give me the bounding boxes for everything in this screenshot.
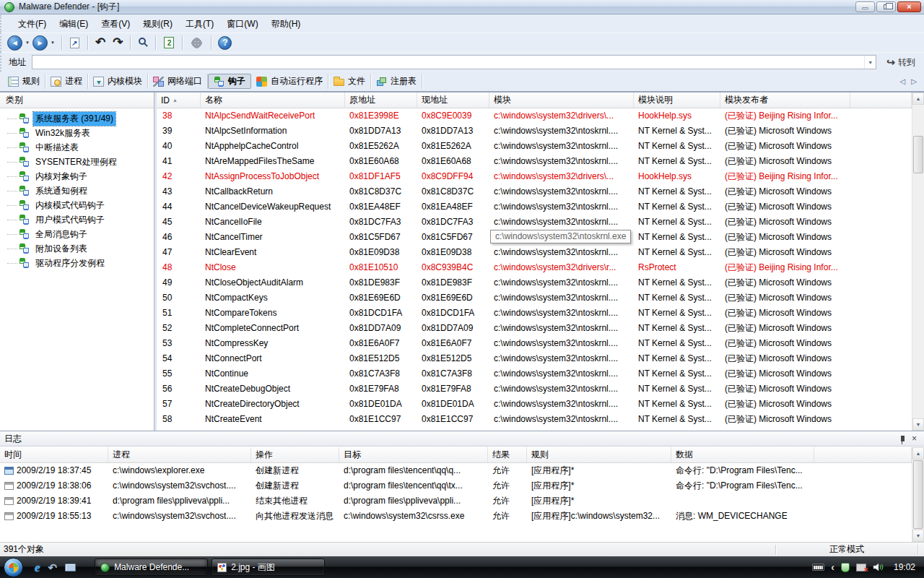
- hooks-scrollbar[interactable]: ▲ ▼: [912, 92, 924, 431]
- switch-windows-icon[interactable]: ↶: [48, 562, 58, 573]
- back-dropdown[interactable]: ▼: [22, 40, 32, 45]
- log-column-action[interactable]: 操作: [251, 447, 339, 462]
- sidebar-item[interactable]: 系统通知例程: [0, 184, 154, 198]
- log-column-rule[interactable]: 规则: [527, 447, 671, 462]
- log-row[interactable]: 2009/2/19 18:38:06 c:\windows\system32\s…: [0, 478, 912, 493]
- table-row[interactable]: 50 NtCompactKeys 0x81E69E6D 0x81E69E6D c…: [157, 290, 912, 306]
- table-row[interactable]: 53 NtCompressKey 0x81E6A0F7 0x81E6A0F7 c…: [157, 336, 912, 351]
- log-row[interactable]: 2009/2/19 18:55:13 c:\windows\system32\s…: [0, 509, 912, 524]
- table-row[interactable]: 54 NtConnectPort 0x81E512D5 0x81E512D5 c…: [157, 351, 912, 366]
- sidebar-item[interactable]: 用户模式代码钩子: [0, 212, 154, 227]
- address-input[interactable]: ▼: [32, 55, 876, 69]
- log-column-result[interactable]: 结果: [488, 447, 527, 462]
- table-row[interactable]: 45 NtCancelIoFile 0x81DC7FA3 0x81DC7FA3 …: [157, 215, 912, 230]
- table-row[interactable]: 52 NtCompleteConnectPort 0x81DD7A09 0x81…: [157, 321, 912, 336]
- table-row[interactable]: 40 NtApphelpCacheControl 0x81E5262A 0x81…: [157, 139, 912, 154]
- forward-dropdown[interactable]: ▼: [48, 40, 58, 45]
- menu-item[interactable]: 查看(V): [95, 16, 136, 33]
- help-button[interactable]: ?: [218, 36, 232, 50]
- sidebar-item[interactable]: SYSENTER处理例程: [0, 155, 154, 169]
- table-row[interactable]: 51 NtCompareTokens 0x81DCD1FA 0x81DCD1FA…: [157, 306, 912, 321]
- tab-kernel-modules[interactable]: 内核模块: [88, 74, 148, 89]
- column-header-current-address[interactable]: 现地址: [417, 92, 489, 108]
- internet-explorer-icon[interactable]: e: [35, 561, 40, 574]
- sidebar-item[interactable]: 驱动程序分发例程: [0, 256, 154, 270]
- log-scrollbar[interactable]: ▲ ▼: [912, 447, 924, 542]
- table-row[interactable]: 55 NtContinue 0x81C7A3F8 0x81C7A3F8 c:\w…: [157, 366, 912, 381]
- clock[interactable]: 19:02: [894, 562, 915, 572]
- table-row[interactable]: 48 NtClose 0x81E10510 0x8C939B4C c:\wind…: [157, 260, 912, 275]
- column-header-original-address[interactable]: 原地址: [345, 92, 417, 108]
- table-row[interactable]: 42 NtAssignProcessToJobObject 0x81DF1AF5…: [157, 169, 912, 184]
- table-row[interactable]: 44 NtCancelDeviceWakeupRequest 0x81EA48E…: [157, 199, 912, 215]
- sidebar-item[interactable]: 系统服务表 (391/49): [0, 111, 154, 126]
- network-status-icon[interactable]: ×: [856, 564, 866, 571]
- column-header-module-publisher[interactable]: 模块发布者: [720, 92, 850, 108]
- table-row[interactable]: 47 NtClearEvent 0x81E09D38 0x81E09D38 c:…: [157, 245, 912, 260]
- sidebar-item[interactable]: 内核对象钩子: [0, 169, 154, 184]
- address-dropdown-icon[interactable]: ▼: [864, 56, 876, 69]
- back-button[interactable]: ◀: [7, 35, 22, 51]
- sidebar-item[interactable]: 全局消息钩子: [0, 227, 154, 241]
- sidebar-item[interactable]: Win32k服务表: [0, 126, 154, 140]
- scrollbar-thumb[interactable]: [913, 136, 923, 173]
- sidebar-item[interactable]: 中断描述表: [0, 140, 154, 155]
- search-button[interactable]: [139, 38, 146, 45]
- log-row[interactable]: 2009/2/19 18:39:41 d:\program files\ppli…: [0, 493, 912, 509]
- restore-button[interactable]: [876, 1, 896, 12]
- log-row[interactable]: 2009/2/19 18:37:45 c:\windows\explorer.e…: [0, 463, 912, 478]
- tab-registry[interactable]: 注册表: [371, 74, 422, 89]
- taskbar-button-paint[interactable]: 2.jpg - 画图: [212, 558, 325, 576]
- log-column-time[interactable]: 时间: [0, 447, 108, 462]
- tab-autoruns[interactable]: 自动运行程序: [251, 74, 328, 89]
- table-row[interactable]: 49 NtCloseObjectAuditAlarm 0x81DE983F 0x…: [157, 275, 912, 290]
- scroll-up-icon[interactable]: ▲: [912, 92, 924, 105]
- tray-expand-icon[interactable]: ‹: [831, 562, 834, 572]
- column-header-id[interactable]: ID ▲: [157, 92, 201, 108]
- tab-scroll-left[interactable]: ◁: [900, 77, 906, 85]
- menu-item[interactable]: 帮助(H): [265, 16, 308, 33]
- go-button[interactable]: ↪ 转到: [882, 55, 920, 70]
- table-row[interactable]: 43 NtCallbackReturn 0x81C8D37C 0x81C8D37…: [157, 184, 912, 199]
- log-scroll-up-icon[interactable]: ▲: [912, 447, 924, 460]
- menu-item[interactable]: 规则(R): [136, 16, 179, 33]
- log-scroll-down-icon[interactable]: ▼: [912, 530, 924, 542]
- keyboard-icon[interactable]: [812, 564, 824, 571]
- table-row[interactable]: 56 NtCreateDebugObject 0x81E79FA8 0x81E7…: [157, 381, 912, 397]
- settings-button[interactable]: [191, 38, 202, 48]
- start-button[interactable]: [4, 558, 23, 577]
- column-header-module-description[interactable]: 模块说明: [634, 92, 720, 108]
- tab-processes[interactable]: 进程: [45, 74, 88, 89]
- close-button[interactable]: ×: [897, 1, 921, 12]
- undo-button[interactable]: ↶: [92, 35, 109, 50]
- tab-scroll-right[interactable]: ▷: [911, 77, 917, 85]
- menu-item[interactable]: 窗口(W): [220, 16, 264, 33]
- log-column-process[interactable]: 进程: [108, 447, 251, 462]
- jump-button[interactable]: ↗: [70, 38, 79, 48]
- tab-files[interactable]: 文件: [328, 74, 371, 89]
- taskbar-button-malware-defender[interactable]: Malware Defende...: [95, 558, 208, 576]
- column-header-module[interactable]: 模块: [489, 92, 634, 108]
- log-column-data[interactable]: 数据: [671, 447, 814, 462]
- tab-rules[interactable]: 规则: [3, 74, 45, 89]
- table-row[interactable]: 41 NtAreMappedFilesTheSame 0x81E60A68 0x…: [157, 154, 912, 169]
- pin-icon[interactable]: [901, 436, 905, 441]
- table-row[interactable]: 38 NtAlpcSendWaitReceivePort 0x81E3998E …: [157, 108, 912, 124]
- menu-item[interactable]: 文件(F): [12, 16, 53, 33]
- forward-button[interactable]: ▶: [32, 35, 48, 51]
- scroll-down-icon[interactable]: ▼: [912, 418, 924, 431]
- volume-icon[interactable]: [873, 562, 884, 572]
- tab-network-ports[interactable]: 网络端口: [148, 74, 208, 89]
- menu-item[interactable]: 工具(T): [179, 16, 220, 33]
- table-row[interactable]: 57 NtCreateDirectoryObject 0x81DE01DA 0x…: [157, 397, 912, 412]
- log-close-icon[interactable]: ×: [912, 434, 917, 443]
- category-header[interactable]: 类别: [0, 92, 154, 108]
- redo-button[interactable]: ↷: [109, 35, 126, 50]
- minimize-button[interactable]: [855, 1, 875, 12]
- malware-defender-tray-icon[interactable]: [841, 563, 850, 572]
- table-row[interactable]: 58 NtCreateEvent 0x81E1CC97 0x81E1CC97 c…: [157, 412, 912, 427]
- show-desktop-icon[interactable]: [65, 564, 76, 571]
- sidebar-item[interactable]: 附加设备列表: [0, 241, 154, 256]
- log-scrollbar-thumb[interactable]: [913, 460, 923, 529]
- log-column-target[interactable]: 目标: [339, 447, 488, 462]
